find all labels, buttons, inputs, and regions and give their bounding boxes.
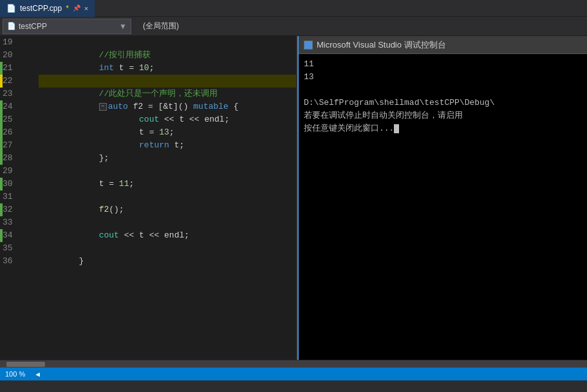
line-number: 31 — [3, 191, 23, 203]
line-number: 27 — [3, 139, 23, 152]
line-number: 32 — [3, 203, 23, 216]
console-icon — [304, 41, 313, 50]
tab-pin[interactable]: 📌 — [73, 5, 80, 12]
line-number: 23 — [3, 88, 23, 100]
code-line: cout << t << endl; — [39, 113, 296, 126]
code-line — [39, 242, 296, 255]
console-body: 1113D:\SelfProgram\shellmad\testCPP\Debu… — [299, 54, 587, 360]
line-number: 35 — [3, 242, 23, 255]
line-number: 26 — [3, 126, 23, 139]
code-line: −auto f2 = [&t]() mutable { — [39, 100, 296, 113]
console-line: 若要在调试停止时自动关闭控制台，请启用 — [304, 109, 582, 122]
console-line — [304, 84, 582, 97]
console-panel: Microsoft Visual Studio 调试控制台 1113D:\Sel… — [297, 36, 587, 360]
code-line: f2(); — [39, 203, 296, 216]
tab-modified: * — [66, 4, 69, 13]
line-number: 20 — [3, 49, 23, 62]
tab-file-icon: 📄 — [6, 4, 16, 13]
code-line: int t = 10; — [39, 62, 296, 75]
code-line — [39, 165, 296, 178]
scope-label: (全局范围) — [138, 21, 184, 32]
console-line: 11 — [304, 58, 582, 71]
tab-close[interactable]: × — [84, 5, 88, 12]
console-line: D:\SelfProgram\shellmad\testCPP\Debug\ — [304, 97, 582, 109]
code-line: cout << t << endl; — [39, 229, 296, 242]
console-title: Microsoft Visual Studio 调试控制台 — [317, 39, 446, 51]
console-cursor — [394, 124, 399, 133]
line-number: 22 — [3, 75, 23, 88]
scroll-left-btn[interactable]: ◀ — [35, 370, 40, 378]
code-line — [39, 216, 296, 229]
file-selector-label: testCPP — [19, 22, 47, 31]
code-area[interactable]: //按引用捕获 int t = 10; //此处只是一个声明，还未调用 −aut… — [36, 36, 296, 360]
line-numbers: 192021222324252627282930313233343536 — [3, 36, 27, 360]
code-line — [39, 191, 296, 203]
console-line: 13 — [304, 71, 582, 84]
editor-pane[interactable]: 192021222324252627282930313233343536 //按… — [0, 36, 296, 360]
code-line — [39, 75, 296, 88]
line-number: 24 — [3, 100, 23, 113]
file-icon: 📄 — [7, 22, 16, 30]
line-number: 33 — [3, 216, 23, 229]
line-number: 19 — [3, 36, 23, 49]
line-number: 34 — [3, 229, 23, 242]
horizontal-scrollbar[interactable] — [0, 360, 587, 368]
status-bar: 100 % ◀ — [0, 368, 587, 380]
scrollbar-thumb[interactable] — [6, 362, 45, 367]
collapse-icon[interactable]: − — [99, 103, 107, 111]
main-area: 192021222324252627282930313233343536 //按… — [0, 36, 587, 360]
zoom-level: 100 % — [5, 370, 25, 378]
tab-filename: testCPP.cpp — [20, 4, 62, 13]
line-number: 25 — [3, 113, 23, 126]
code-line: t = 11; — [39, 178, 296, 191]
line-number: 29 — [3, 165, 23, 178]
code-line: //此处只是一个声明，还未调用 — [39, 88, 296, 100]
gutter — [27, 36, 36, 360]
code-line: } — [39, 255, 296, 268]
line-number: 30 — [3, 178, 23, 191]
line-number: 36 — [3, 255, 23, 268]
editor-tab[interactable]: 📄 testCPP.cpp* 📌 × — [0, 0, 95, 17]
dropdown-arrow-icon: ▼ — [119, 22, 127, 31]
code-line — [39, 36, 296, 49]
code-line: return t; — [39, 139, 296, 152]
console-title-bar: Microsoft Visual Studio 调试控制台 — [299, 36, 587, 54]
line-number: 28 — [3, 152, 23, 165]
code-line: }; — [39, 152, 296, 165]
tab-bar: 📄 testCPP.cpp* 📌 × — [0, 0, 587, 17]
code-line: //按引用捕获 — [39, 49, 296, 62]
code-line: t = 13; — [39, 126, 296, 139]
toolbar: 📄 testCPP ▼ (全局范围) — [0, 17, 587, 36]
console-line: 按任意键关闭此窗口... — [304, 122, 582, 135]
line-number: 21 — [3, 62, 23, 75]
file-selector[interactable]: 📄 testCPP ▼ — [3, 19, 131, 34]
